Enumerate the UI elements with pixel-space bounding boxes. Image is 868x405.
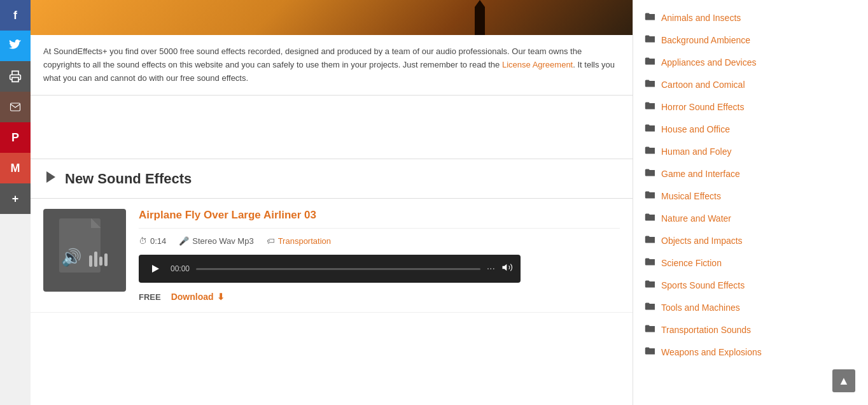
format-value: Stereo Wav Mp3	[192, 236, 253, 246]
sidebar-category-link-6[interactable]: Human and Foley	[661, 146, 732, 157]
mic-icon: 🎤	[179, 236, 189, 246]
sidebar-category-link-8[interactable]: Musical Effects	[661, 191, 721, 201]
sidebar-category-link-14[interactable]: Transportation Sounds	[661, 325, 751, 335]
description-block: At SoundEffects+ you find over 5000 free…	[31, 35, 633, 96]
sidebar-item-9[interactable]: Nature and Water	[633, 207, 868, 229]
folder-icon	[645, 324, 655, 335]
duration-value: 0:14	[150, 236, 166, 246]
svg-rect-8	[104, 253, 108, 266]
sidebar-category-link-1[interactable]: Background Ambience	[661, 35, 750, 45]
folder-icon	[645, 57, 655, 68]
sound-card: 🔊 Airplane Fly Over Large Airliner 03 ⏱ …	[31, 199, 633, 313]
sidebar-item-4[interactable]: Horror Sound Effects	[633, 96, 868, 118]
folder-icon	[645, 302, 655, 313]
scroll-to-top-button[interactable]: ▲	[832, 369, 855, 392]
sidebar-item-6[interactable]: Human and Foley	[633, 140, 868, 162]
tag-link[interactable]: Transportation	[278, 236, 331, 246]
folder-icon	[645, 168, 655, 179]
folder-icon	[645, 101, 655, 112]
more-button[interactable]: +	[0, 183, 31, 214]
sidebar-item-11[interactable]: Science Fiction	[633, 252, 868, 274]
folder-icon	[645, 235, 655, 246]
sidebar-category-link-9[interactable]: Nature and Water	[661, 213, 731, 224]
folder-icon	[645, 280, 655, 290]
folder-icon	[645, 346, 655, 357]
hero-image	[31, 0, 633, 35]
folder-icon	[645, 12, 655, 23]
format-meta: 🎤 Stereo Wav Mp3	[179, 236, 253, 246]
tag-icon: 🏷	[267, 236, 275, 246]
sidebar-item-8[interactable]: Musical Effects	[633, 185, 868, 207]
folder-icon	[645, 79, 655, 90]
clock-icon: ⏱	[139, 236, 147, 246]
tag-meta: 🏷 Transportation	[267, 236, 331, 246]
sidebar-item-15[interactable]: Weapons and Explosions	[633, 341, 868, 363]
sidebar-category-link-13[interactable]: Tools and Machines	[661, 302, 740, 313]
folder-icon	[645, 124, 655, 134]
facebook-button[interactable]: f	[0, 0, 31, 31]
folder-icon	[645, 146, 655, 157]
print-button[interactable]	[0, 61, 31, 92]
sidebar-item-12[interactable]: Sports Sound Effects	[633, 274, 868, 296]
sidebar-item-1[interactable]: Background Ambience	[633, 29, 868, 51]
svg-rect-7	[99, 257, 102, 266]
play-button[interactable]	[146, 260, 164, 278]
sound-info: Airplane Fly Over Large Airliner 03 ⏱ 0:…	[139, 209, 620, 302]
sidebar-category-link-10[interactable]: Objects and Impacts	[661, 236, 743, 246]
svg-rect-6	[94, 252, 97, 267]
sidebar-category-link-3[interactable]: Cartoon and Comical	[661, 80, 745, 90]
sidebar-category-link-0[interactable]: Animals and Insects	[661, 13, 741, 23]
sound-title[interactable]: Airplane Fly Over Large Airliner 03	[139, 209, 620, 229]
twitter-button[interactable]	[0, 31, 31, 61]
sidebar-category-link-11[interactable]: Science Fiction	[661, 258, 722, 268]
folder-icon	[645, 190, 655, 201]
sidebar-item-2[interactable]: Appliances and Devices	[633, 51, 868, 73]
ad-space	[31, 96, 633, 159]
sidebar-category-link-2[interactable]: Appliances and Devices	[661, 57, 756, 68]
volume-button[interactable]	[501, 262, 513, 276]
progress-bar[interactable]	[196, 268, 480, 270]
download-link[interactable]: Download ⬇	[171, 292, 225, 302]
folder-icon	[645, 257, 655, 268]
social-sidebar: f P M +	[0, 0, 31, 405]
right-sidebar: Animals and Insects Background Ambience …	[633, 0, 868, 405]
audio-player: 00:00 ···	[139, 255, 521, 283]
section-icon	[43, 169, 59, 188]
folder-icon	[645, 34, 655, 45]
sidebar-item-5[interactable]: House and Office	[633, 118, 868, 140]
sidebar-category-link-5[interactable]: House and Office	[661, 124, 730, 134]
sidebar-item-3[interactable]: Cartoon and Comical	[633, 73, 868, 96]
svg-marker-9	[152, 265, 159, 273]
time-display: 00:00	[171, 264, 190, 273]
sidebar-item-14[interactable]: Transportation Sounds	[633, 318, 868, 341]
gmail-button[interactable]: M	[0, 153, 31, 183]
duration-meta: ⏱ 0:14	[139, 236, 166, 246]
email-button[interactable]	[0, 92, 31, 122]
more-options-button[interactable]: ···	[487, 263, 495, 274]
sidebar-item-13[interactable]: Tools and Machines	[633, 296, 868, 318]
download-icon: ⬇	[217, 292, 225, 302]
sidebar-item-0[interactable]: Animals and Insects	[633, 6, 868, 29]
sidebar-category-link-15[interactable]: Weapons and Explosions	[661, 347, 762, 357]
sound-meta: ⏱ 0:14 🎤 Stereo Wav Mp3 🏷 Transportation	[139, 236, 620, 246]
svg-rect-5	[89, 255, 92, 267]
license-link[interactable]: License Agreement	[502, 60, 573, 69]
description-text1: At SoundEffects+ you find over 5000 free…	[43, 46, 582, 69]
sidebar-category-link-7[interactable]: Game and Interface	[661, 169, 740, 179]
svg-text:🔊: 🔊	[61, 247, 82, 267]
pinterest-button[interactable]: P	[0, 122, 31, 153]
sound-thumbnail: 🔊	[43, 209, 126, 292]
sidebar-category-link-12[interactable]: Sports Sound Effects	[661, 280, 745, 290]
section-title: New Sound Effects	[65, 171, 192, 187]
sidebar-category-link-4[interactable]: Horror Sound Effects	[661, 102, 744, 112]
download-row: FREE Download ⬇	[139, 292, 620, 302]
download-label: Download	[171, 292, 214, 302]
content-area: At SoundEffects+ you find over 5000 free…	[31, 0, 633, 405]
sidebar-item-10[interactable]: Objects and Impacts	[633, 229, 868, 252]
svg-marker-0	[46, 171, 55, 183]
free-badge: FREE	[139, 292, 161, 302]
sidebar-item-7[interactable]: Game and Interface	[633, 162, 868, 185]
svg-marker-10	[503, 264, 507, 271]
folder-icon	[645, 213, 655, 224]
section-header: New Sound Effects	[31, 159, 633, 199]
